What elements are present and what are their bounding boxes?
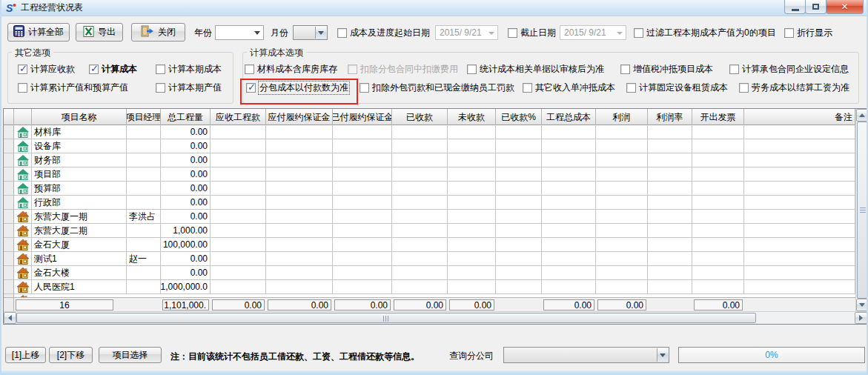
checkbox-start-date[interactable]: 成本及进度起始日期 <box>337 27 430 39</box>
total-quantity-cell: 1,000,000.0 <box>161 280 211 294</box>
minimize-button[interactable] <box>784 0 806 14</box>
checkbox-other-income-offset[interactable]: 其它收入单冲抵成本 <box>523 82 615 93</box>
project-select-button[interactable]: 项目选择 <box>99 347 162 363</box>
table-row[interactable]: 测试1赵一0.00 <box>4 252 855 266</box>
vscroll-thumb[interactable] <box>857 122 867 299</box>
row-selector-cell <box>4 298 14 312</box>
project-name-cell: 设备库 <box>32 139 127 153</box>
branch-combobox[interactable] <box>503 347 669 363</box>
checkbox-material-warehouse[interactable]: 材料成本含库房库存 <box>245 64 337 75</box>
summary-unrecv: 0.00 <box>449 299 494 311</box>
column-header[interactable]: 项目名称 <box>32 109 127 125</box>
checkbox-calc-period-output[interactable]: 计算本期产值 <box>156 82 222 93</box>
table-cell <box>333 139 392 153</box>
summary-invoice: 0.00 <box>694 299 743 311</box>
scroll-left-button[interactable] <box>4 312 16 324</box>
table-cell <box>596 280 648 294</box>
total-quantity-cell: 0.00 <box>161 266 211 280</box>
year-combobox[interactable] <box>215 25 264 40</box>
scroll-up-button[interactable] <box>856 109 868 122</box>
column-header[interactable]: 未收款 <box>448 109 496 125</box>
column-header-blank[interactable] <box>14 109 32 125</box>
move-up-button[interactable]: [1]上移 <box>5 347 46 363</box>
column-header[interactable]: 应付履约保证金 <box>266 109 333 125</box>
checkbox-deduct-outsourcing-fines[interactable]: 扣除外包罚款和已现金缴纳员工罚款 <box>360 82 514 93</box>
checkbox-icon <box>348 64 357 74</box>
row-selector-cell <box>4 266 14 280</box>
scroll-down-button[interactable] <box>856 299 868 311</box>
close-button[interactable]: ✕ <box>826 0 864 14</box>
table-row[interactable]: 材料库0.00 <box>4 125 855 139</box>
column-header[interactable]: 利润率 <box>648 109 692 125</box>
table-row[interactable]: 预算部0.00 <box>4 182 855 196</box>
arrow-up-icon <box>859 113 865 117</box>
move-down-label: [2]下移 <box>57 349 85 362</box>
table-row[interactable]: 设备库0.00 <box>4 139 855 153</box>
column-header[interactable]: 总工程量 <box>161 109 211 125</box>
column-header[interactable]: 开出发票 <box>692 109 744 125</box>
table-cell <box>392 125 448 139</box>
checkbox-calc-receivable[interactable]: 计算应收款 <box>18 64 75 75</box>
table-row[interactable]: 东营大厦二期1,000.00 <box>4 224 855 238</box>
checkbox-labor-by-settled-wages[interactable]: 劳务成本以结算工资为准 <box>739 82 849 93</box>
column-header[interactable]: 已付履约保证金 <box>333 109 392 125</box>
column-header[interactable]: 工程总成本 <box>542 109 596 125</box>
table-cell <box>542 224 596 238</box>
calculate-all-button[interactable]: 计算全部 <box>7 23 70 42</box>
export-button[interactable]: 导出 <box>76 23 123 42</box>
summary-totalcost: 0.00 <box>543 299 594 311</box>
manager-cell <box>127 196 161 210</box>
close-window-button[interactable]: 关闭 <box>131 23 185 42</box>
column-header[interactable]: 项目经理 <box>127 109 161 125</box>
table-row[interactable]: 人民医院11,000,000.0 <box>4 280 855 294</box>
hscroll-thumb[interactable] <box>16 313 756 323</box>
maximize-button[interactable] <box>805 0 826 14</box>
checkbox-calc-period-cost[interactable]: 计算本期成本 <box>156 64 222 75</box>
checkbox-contract-enterprise-info[interactable]: 计算承包合同企业设定信息 <box>729 64 849 75</box>
table-cell <box>596 224 648 238</box>
table-cell <box>266 153 333 167</box>
move-up-label: [1]上移 <box>12 349 39 362</box>
checkbox-filter-zero[interactable]: 过滤工程本期成本产值为0的项目 <box>634 27 776 39</box>
checkbox-stats-after-audit[interactable]: 统计成本相关单据以审核后为准 <box>467 64 604 75</box>
table-cell <box>266 238 333 252</box>
table-row[interactable]: 项目部0.00 <box>4 167 855 182</box>
column-header[interactable]: 应收工程款 <box>211 109 266 125</box>
titlebar[interactable]: S 工程经营状况表 ✕ <box>1 0 867 16</box>
table-cell <box>211 167 266 182</box>
month-combobox[interactable] <box>293 25 328 40</box>
table-cell <box>648 196 692 210</box>
vertical-scrollbar[interactable] <box>855 109 867 311</box>
column-header[interactable]: 备注 <box>744 109 855 125</box>
table-row[interactable]: 东营大厦一期李洪占0.00 <box>4 210 855 224</box>
checkbox-end-date[interactable]: 截止日期 <box>508 27 556 39</box>
column-header[interactable]: 利润 <box>596 109 648 125</box>
checkbox-vat-offset-cost[interactable]: 增值税冲抵项目成本 <box>620 64 713 75</box>
checkbox-label: 计算本期成本 <box>168 63 222 76</box>
total-quantity-cell: 0.00 <box>161 153 211 167</box>
table-cell <box>333 196 392 210</box>
end-date-field[interactable]: 2015/ 9/21 <box>560 25 626 40</box>
table-row[interactable]: 行政部0.00 <box>4 196 855 210</box>
column-header[interactable]: 已收款 <box>392 109 448 125</box>
horizontal-scrollbar[interactable] <box>4 311 867 324</box>
table-row[interactable]: 金石大楼0.00 <box>4 266 855 280</box>
row-selector-cell <box>4 252 14 266</box>
checkbox-wrap-display[interactable]: 折行显示 <box>784 27 832 39</box>
column-header-blank[interactable] <box>4 109 14 125</box>
move-down-button[interactable]: [2]下移 <box>49 347 93 363</box>
checkbox-label: 计算本期产值 <box>168 82 222 94</box>
table-row[interactable]: 金石大厦100,000.00 <box>4 238 855 252</box>
manager-cell <box>127 139 161 153</box>
checkbox-calc-cumulative-output[interactable]: 计算累计产值和预算产值 <box>18 82 128 93</box>
scroll-right-button[interactable] <box>855 312 867 324</box>
department-house-icon <box>14 196 32 210</box>
checkbox-fixed-equipment-rental[interactable]: 计算固定设备租赁成本 <box>626 82 728 93</box>
checkbox-label: 计算固定设备租赁成本 <box>639 82 728 94</box>
table-row[interactable]: 财务部0.00 <box>4 153 855 167</box>
column-header[interactable]: 已收款% <box>496 109 542 125</box>
checkbox-label: 计算应收款 <box>30 63 75 76</box>
start-date-field[interactable]: 2015/ 9/21 <box>435 25 498 40</box>
checkbox-calc-cost[interactable]: 计算成本 <box>89 64 137 75</box>
close-icon: ✕ <box>841 1 848 12</box>
